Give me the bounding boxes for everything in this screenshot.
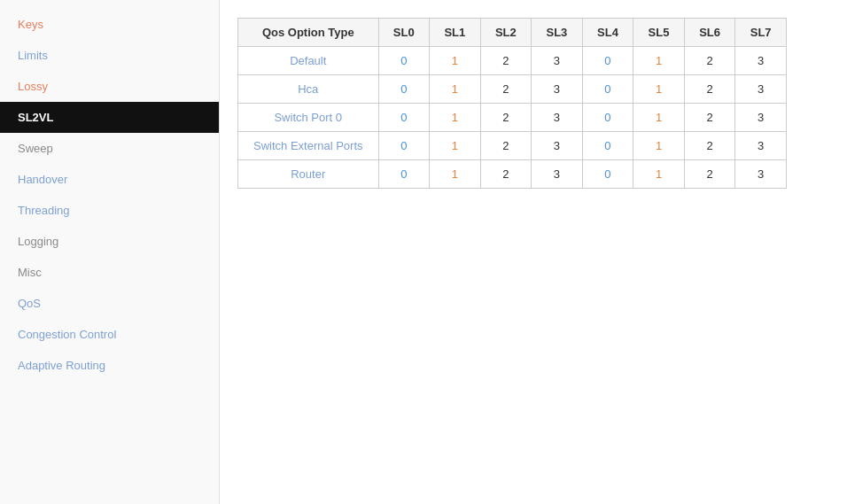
- table-header-sl0: SL0: [378, 19, 430, 47]
- sidebar-item-misc[interactable]: Misc: [0, 257, 219, 288]
- row-label-2: Switch Port 0: [238, 104, 379, 132]
- cell-r1-c0: 0: [378, 75, 430, 104]
- cell-r4-c0: 0: [378, 160, 430, 189]
- cell-r3-c2: 2: [480, 132, 532, 160]
- row-label-4: Router: [238, 160, 379, 189]
- cell-r2-c0: 0: [378, 104, 430, 132]
- cell-r0-c2: 2: [480, 47, 532, 75]
- cell-r2-c3: 3: [532, 104, 583, 132]
- cell-r1-c7: 3: [735, 75, 787, 104]
- sidebar-item-keys[interactable]: Keys: [0, 9, 219, 40]
- cell-r0-c1: 1: [430, 47, 481, 75]
- main-content: Qos Option TypeSL0SL1SL2SL3SL4SL5SL6SL7 …: [220, 0, 847, 504]
- row-label-0: Default: [238, 47, 379, 75]
- table-header-sl6: SL6: [684, 19, 735, 47]
- cell-r1-c3: 3: [532, 75, 583, 104]
- cell-r3-c3: 3: [532, 132, 583, 160]
- table-row: Router01230123: [238, 160, 787, 189]
- table-header-sl7: SL7: [735, 19, 787, 47]
- sidebar-item-limits[interactable]: Limits: [0, 40, 219, 71]
- cell-r0-c3: 3: [532, 47, 583, 75]
- sidebar-item-logging[interactable]: Logging: [0, 226, 219, 257]
- sidebar-item-qos[interactable]: QoS: [0, 288, 219, 319]
- table-body: Default01230123Hca01230123Switch Port 00…: [238, 47, 787, 189]
- cell-r4-c5: 1: [633, 160, 685, 189]
- cell-r0-c0: 0: [378, 47, 430, 75]
- cell-r2-c1: 1: [430, 104, 481, 132]
- cell-r4-c2: 2: [480, 160, 532, 189]
- sidebar-item-lossy[interactable]: Lossy: [0, 71, 219, 102]
- cell-r3-c4: 0: [582, 132, 633, 160]
- cell-r3-c7: 3: [735, 132, 787, 160]
- table-row: Hca01230123: [238, 75, 787, 104]
- cell-r2-c5: 1: [633, 104, 685, 132]
- sidebar-item-adaptive[interactable]: Adaptive Routing: [0, 350, 219, 381]
- sidebar-item-sweep[interactable]: Sweep: [0, 133, 219, 164]
- row-label-3: Switch External Ports: [238, 132, 379, 160]
- cell-r0-c4: 0: [582, 47, 633, 75]
- table-header-sl1: SL1: [430, 19, 481, 47]
- cell-r3-c0: 0: [378, 132, 430, 160]
- cell-r4-c3: 3: [532, 160, 583, 189]
- sidebar-item-congestion[interactable]: Congestion Control: [0, 319, 219, 350]
- cell-r4-c4: 0: [582, 160, 633, 189]
- cell-r0-c6: 2: [684, 47, 735, 75]
- cell-r1-c4: 0: [582, 75, 633, 104]
- cell-r3-c6: 2: [684, 132, 735, 160]
- sidebar-item-handover[interactable]: Handover: [0, 164, 219, 195]
- table-row: Default01230123: [238, 47, 787, 75]
- cell-r3-c5: 1: [633, 132, 685, 160]
- row-label-1: Hca: [238, 75, 379, 104]
- cell-r4-c1: 1: [430, 160, 481, 189]
- cell-r2-c2: 2: [480, 104, 532, 132]
- cell-r2-c7: 3: [735, 104, 787, 132]
- table-header-row: Qos Option TypeSL0SL1SL2SL3SL4SL5SL6SL7: [238, 19, 787, 47]
- cell-r0-c5: 1: [633, 47, 685, 75]
- cell-r4-c6: 2: [684, 160, 735, 189]
- cell-r1-c5: 1: [633, 75, 685, 104]
- sidebar: KeysLimitsLossySL2VLSweepHandoverThreadi…: [0, 0, 220, 504]
- table-header-sl3: SL3: [532, 19, 583, 47]
- table-header-qos-option-type: Qos Option Type: [238, 19, 379, 47]
- table-header-sl4: SL4: [582, 19, 633, 47]
- sidebar-item-threading[interactable]: Threading: [0, 195, 219, 226]
- table-header-sl5: SL5: [633, 19, 685, 47]
- cell-r3-c1: 1: [430, 132, 481, 160]
- cell-r1-c6: 2: [684, 75, 735, 104]
- table-row: Switch Port 001230123: [238, 104, 787, 132]
- cell-r2-c6: 2: [684, 104, 735, 132]
- cell-r4-c7: 3: [735, 160, 787, 189]
- cell-r2-c4: 0: [582, 104, 633, 132]
- sl2vl-table: Qos Option TypeSL0SL1SL2SL3SL4SL5SL6SL7 …: [237, 18, 787, 189]
- cell-r1-c1: 1: [430, 75, 481, 104]
- sidebar-item-sl2vl[interactable]: SL2VL: [0, 102, 219, 133]
- cell-r0-c7: 3: [735, 47, 787, 75]
- table-row: Switch External Ports01230123: [238, 132, 787, 160]
- cell-r1-c2: 2: [480, 75, 532, 104]
- table-header-sl2: SL2: [480, 19, 532, 47]
